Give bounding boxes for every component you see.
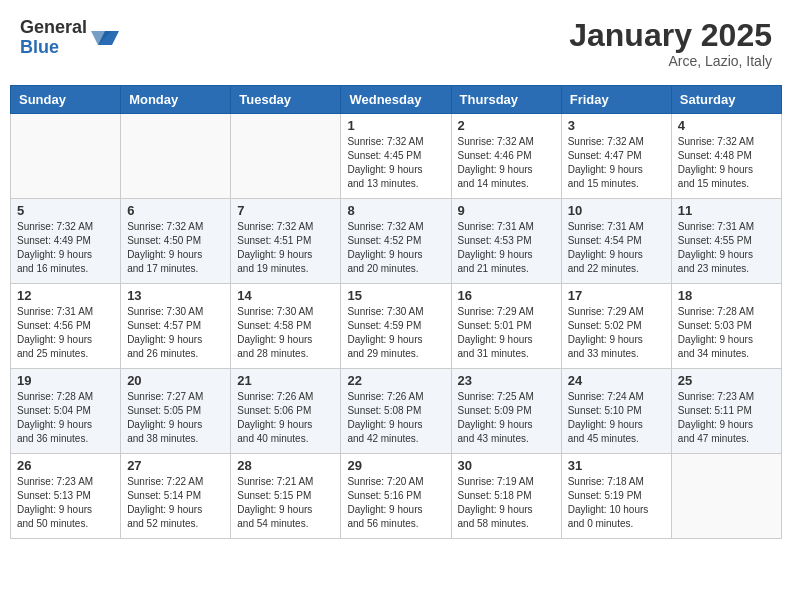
day-info: Sunrise: 7:32 AM Sunset: 4:51 PM Dayligh…: [237, 220, 334, 276]
month-title: January 2025: [569, 18, 772, 53]
weekday-header-saturday: Saturday: [671, 86, 781, 114]
calendar-cell: 4Sunrise: 7:32 AM Sunset: 4:48 PM Daylig…: [671, 114, 781, 199]
day-number: 24: [568, 373, 665, 388]
weekday-header-friday: Friday: [561, 86, 671, 114]
day-number: 8: [347, 203, 444, 218]
calendar-week-row: 19Sunrise: 7:28 AM Sunset: 5:04 PM Dayli…: [11, 369, 782, 454]
day-number: 7: [237, 203, 334, 218]
calendar-cell: 7Sunrise: 7:32 AM Sunset: 4:51 PM Daylig…: [231, 199, 341, 284]
day-number: 20: [127, 373, 224, 388]
day-info: Sunrise: 7:29 AM Sunset: 5:02 PM Dayligh…: [568, 305, 665, 361]
calendar-cell: [11, 114, 121, 199]
day-info: Sunrise: 7:22 AM Sunset: 5:14 PM Dayligh…: [127, 475, 224, 531]
calendar-cell: 14Sunrise: 7:30 AM Sunset: 4:58 PM Dayli…: [231, 284, 341, 369]
day-info: Sunrise: 7:31 AM Sunset: 4:55 PM Dayligh…: [678, 220, 775, 276]
day-info: Sunrise: 7:32 AM Sunset: 4:47 PM Dayligh…: [568, 135, 665, 191]
calendar-cell: 16Sunrise: 7:29 AM Sunset: 5:01 PM Dayli…: [451, 284, 561, 369]
day-number: 19: [17, 373, 114, 388]
day-number: 5: [17, 203, 114, 218]
day-info: Sunrise: 7:23 AM Sunset: 5:11 PM Dayligh…: [678, 390, 775, 446]
day-number: 30: [458, 458, 555, 473]
logo: General Blue: [20, 18, 119, 58]
day-number: 18: [678, 288, 775, 303]
calendar-cell: 25Sunrise: 7:23 AM Sunset: 5:11 PM Dayli…: [671, 369, 781, 454]
day-number: 4: [678, 118, 775, 133]
calendar-cell: 20Sunrise: 7:27 AM Sunset: 5:05 PM Dayli…: [121, 369, 231, 454]
day-number: 17: [568, 288, 665, 303]
weekday-header-monday: Monday: [121, 86, 231, 114]
day-info: Sunrise: 7:28 AM Sunset: 5:03 PM Dayligh…: [678, 305, 775, 361]
weekday-header-thursday: Thursday: [451, 86, 561, 114]
day-info: Sunrise: 7:26 AM Sunset: 5:08 PM Dayligh…: [347, 390, 444, 446]
calendar-cell: 19Sunrise: 7:28 AM Sunset: 5:04 PM Dayli…: [11, 369, 121, 454]
day-info: Sunrise: 7:32 AM Sunset: 4:49 PM Dayligh…: [17, 220, 114, 276]
day-info: Sunrise: 7:31 AM Sunset: 4:54 PM Dayligh…: [568, 220, 665, 276]
day-number: 23: [458, 373, 555, 388]
day-info: Sunrise: 7:30 AM Sunset: 4:58 PM Dayligh…: [237, 305, 334, 361]
day-info: Sunrise: 7:30 AM Sunset: 4:59 PM Dayligh…: [347, 305, 444, 361]
day-info: Sunrise: 7:19 AM Sunset: 5:18 PM Dayligh…: [458, 475, 555, 531]
day-info: Sunrise: 7:23 AM Sunset: 5:13 PM Dayligh…: [17, 475, 114, 531]
calendar-cell: 11Sunrise: 7:31 AM Sunset: 4:55 PM Dayli…: [671, 199, 781, 284]
day-info: Sunrise: 7:31 AM Sunset: 4:56 PM Dayligh…: [17, 305, 114, 361]
calendar-cell: 27Sunrise: 7:22 AM Sunset: 5:14 PM Dayli…: [121, 454, 231, 539]
day-info: Sunrise: 7:31 AM Sunset: 4:53 PM Dayligh…: [458, 220, 555, 276]
day-number: 26: [17, 458, 114, 473]
calendar-cell: 2Sunrise: 7:32 AM Sunset: 4:46 PM Daylig…: [451, 114, 561, 199]
calendar-cell: 29Sunrise: 7:20 AM Sunset: 5:16 PM Dayli…: [341, 454, 451, 539]
calendar-week-row: 1Sunrise: 7:32 AM Sunset: 4:45 PM Daylig…: [11, 114, 782, 199]
calendar-cell: 17Sunrise: 7:29 AM Sunset: 5:02 PM Dayli…: [561, 284, 671, 369]
location-text: Arce, Lazio, Italy: [569, 53, 772, 69]
day-number: 1: [347, 118, 444, 133]
calendar-cell: 30Sunrise: 7:19 AM Sunset: 5:18 PM Dayli…: [451, 454, 561, 539]
day-number: 21: [237, 373, 334, 388]
day-number: 6: [127, 203, 224, 218]
calendar-cell: 23Sunrise: 7:25 AM Sunset: 5:09 PM Dayli…: [451, 369, 561, 454]
calendar-cell: 5Sunrise: 7:32 AM Sunset: 4:49 PM Daylig…: [11, 199, 121, 284]
calendar-cell: 22Sunrise: 7:26 AM Sunset: 5:08 PM Dayli…: [341, 369, 451, 454]
calendar-cell: 31Sunrise: 7:18 AM Sunset: 5:19 PM Dayli…: [561, 454, 671, 539]
calendar-cell: [121, 114, 231, 199]
day-number: 12: [17, 288, 114, 303]
calendar-cell: 3Sunrise: 7:32 AM Sunset: 4:47 PM Daylig…: [561, 114, 671, 199]
day-number: 25: [678, 373, 775, 388]
day-info: Sunrise: 7:32 AM Sunset: 4:48 PM Dayligh…: [678, 135, 775, 191]
calendar-cell: 28Sunrise: 7:21 AM Sunset: 5:15 PM Dayli…: [231, 454, 341, 539]
day-number: 31: [568, 458, 665, 473]
logo-general-text: General: [20, 18, 87, 38]
calendar-cell: 12Sunrise: 7:31 AM Sunset: 4:56 PM Dayli…: [11, 284, 121, 369]
day-number: 14: [237, 288, 334, 303]
calendar-cell: [671, 454, 781, 539]
calendar-cell: 15Sunrise: 7:30 AM Sunset: 4:59 PM Dayli…: [341, 284, 451, 369]
calendar-cell: 13Sunrise: 7:30 AM Sunset: 4:57 PM Dayli…: [121, 284, 231, 369]
weekday-header-row: SundayMondayTuesdayWednesdayThursdayFrid…: [11, 86, 782, 114]
calendar-week-row: 5Sunrise: 7:32 AM Sunset: 4:49 PM Daylig…: [11, 199, 782, 284]
title-section: January 2025 Arce, Lazio, Italy: [569, 18, 772, 69]
calendar-week-row: 12Sunrise: 7:31 AM Sunset: 4:56 PM Dayli…: [11, 284, 782, 369]
day-number: 11: [678, 203, 775, 218]
logo-icon: [91, 24, 119, 52]
day-number: 13: [127, 288, 224, 303]
weekday-header-wednesday: Wednesday: [341, 86, 451, 114]
calendar-cell: 10Sunrise: 7:31 AM Sunset: 4:54 PM Dayli…: [561, 199, 671, 284]
day-number: 28: [237, 458, 334, 473]
calendar-cell: 21Sunrise: 7:26 AM Sunset: 5:06 PM Dayli…: [231, 369, 341, 454]
day-info: Sunrise: 7:30 AM Sunset: 4:57 PM Dayligh…: [127, 305, 224, 361]
day-info: Sunrise: 7:20 AM Sunset: 5:16 PM Dayligh…: [347, 475, 444, 531]
day-number: 9: [458, 203, 555, 218]
calendar-cell: 6Sunrise: 7:32 AM Sunset: 4:50 PM Daylig…: [121, 199, 231, 284]
calendar-cell: 9Sunrise: 7:31 AM Sunset: 4:53 PM Daylig…: [451, 199, 561, 284]
day-info: Sunrise: 7:18 AM Sunset: 5:19 PM Dayligh…: [568, 475, 665, 531]
day-info: Sunrise: 7:25 AM Sunset: 5:09 PM Dayligh…: [458, 390, 555, 446]
day-info: Sunrise: 7:26 AM Sunset: 5:06 PM Dayligh…: [237, 390, 334, 446]
day-number: 2: [458, 118, 555, 133]
day-info: Sunrise: 7:32 AM Sunset: 4:52 PM Dayligh…: [347, 220, 444, 276]
calendar-cell: [231, 114, 341, 199]
day-number: 16: [458, 288, 555, 303]
day-number: 29: [347, 458, 444, 473]
page-header: General Blue January 2025 Arce, Lazio, I…: [10, 10, 782, 77]
calendar-cell: 24Sunrise: 7:24 AM Sunset: 5:10 PM Dayli…: [561, 369, 671, 454]
calendar-cell: 8Sunrise: 7:32 AM Sunset: 4:52 PM Daylig…: [341, 199, 451, 284]
day-number: 15: [347, 288, 444, 303]
weekday-header-sunday: Sunday: [11, 86, 121, 114]
